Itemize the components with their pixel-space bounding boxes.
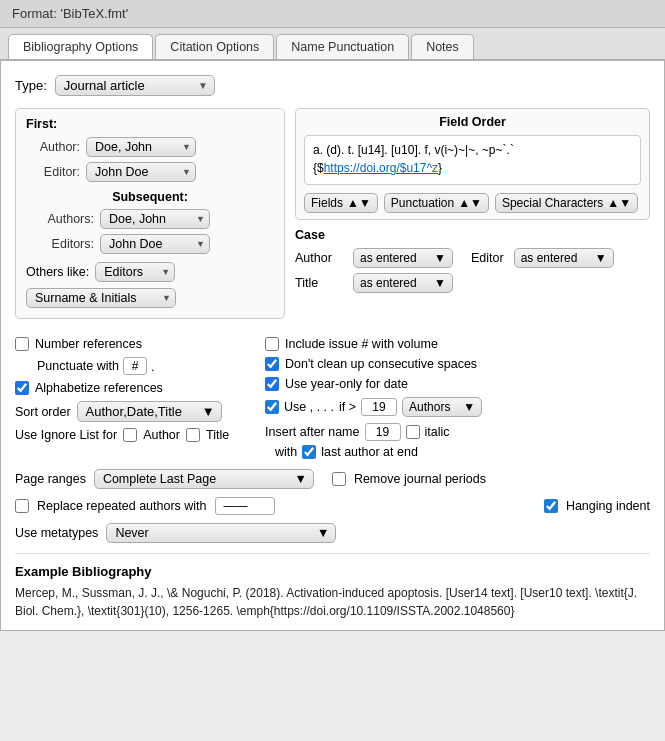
replace-dash-value: —— (215, 497, 275, 515)
title-bar: Format: 'BibTeX.fmt' (0, 0, 665, 28)
others-select[interactable]: Editors ▼ (95, 262, 175, 282)
field-controls: Fields ▲▼ Punctuation ▲▼ Special Charact… (304, 193, 641, 213)
field-order-title: Field Order (304, 115, 641, 129)
author-format-select[interactable]: Doe, John ▼ (86, 137, 196, 157)
ignore-title-checkbox[interactable] (186, 428, 200, 442)
surname-select[interactable]: Surname & Initials ▼ (26, 288, 176, 308)
case-author-arrow: ▼ (434, 251, 446, 265)
sort-order-arrow: ▼ (202, 404, 215, 419)
punctuation-label: Punctuation (391, 196, 454, 210)
italic-label: italic (425, 425, 450, 439)
case-title-value: as entered (360, 276, 417, 290)
type-value: Journal article (64, 78, 145, 93)
tab-bibliography[interactable]: Bibliography Options (8, 34, 153, 59)
last-author-label: last author at end (321, 445, 418, 459)
include-issue-label: Include issue # with volume (285, 337, 438, 351)
authors-format-select[interactable]: Doe, John ▼ (100, 209, 210, 229)
editors-format-value: John Doe (109, 237, 163, 251)
title-label: Format: 'BibTeX.fmt' (12, 6, 128, 21)
punctuation-select[interactable]: Punctuation ▲▼ (384, 193, 489, 213)
page-ranges-label: Page ranges (15, 472, 86, 486)
replace-repeated-checkbox[interactable] (15, 499, 29, 513)
editors-label: Editors: (26, 237, 94, 251)
metatypes-label: Use metatypes (15, 526, 98, 540)
example-text: Mercep, M., Sussman, J. J., \& Noguchi, … (15, 584, 650, 620)
ignore-author-checkbox[interactable] (123, 428, 137, 442)
sort-order-value: Author,Date,Title (86, 404, 182, 419)
editor-format-arrow: ▼ (182, 167, 191, 177)
page-ranges-select[interactable]: Complete Last Page ▼ (94, 469, 314, 489)
case-title-arrow: ▼ (434, 276, 446, 290)
use-comma-checkbox[interactable] (265, 400, 279, 414)
subsequent-title: Subsequent: (26, 190, 274, 204)
first-title: First: (26, 117, 274, 131)
with-label: with (275, 445, 297, 459)
type-select-arrow: ▼ (198, 80, 208, 91)
special-chars-select[interactable]: Special Characters ▲▼ (495, 193, 638, 213)
editor-format-select[interactable]: John Doe ▼ (86, 162, 196, 182)
sort-order-select[interactable]: Author,Date,Title ▼ (77, 401, 222, 422)
remove-journal-label: Remove journal periods (354, 472, 486, 486)
if-greater-value[interactable] (361, 398, 397, 416)
tabs-bar: Bibliography Options Citation Options Na… (0, 28, 665, 60)
editor-label: Editor: (26, 165, 80, 179)
insert-after-label: Insert after name (265, 425, 360, 439)
others-label: Others like: (26, 265, 89, 279)
tab-citation[interactable]: Citation Options (155, 34, 274, 59)
punctuation-arrow: ▲▼ (458, 196, 482, 210)
ignore-author-label: Author (143, 428, 180, 442)
include-issue-checkbox[interactable] (265, 337, 279, 351)
number-references-label: Number references (35, 337, 142, 351)
case-editor-arrow: ▼ (595, 251, 607, 265)
authors-count-select[interactable]: Authors ▼ (402, 397, 482, 417)
surname-arrow: ▼ (162, 293, 171, 303)
case-author-select[interactable]: as entered ▼ (353, 248, 453, 268)
year-only-checkbox[interactable] (265, 377, 279, 391)
tab-name-punctuation[interactable]: Name Punctuation (276, 34, 409, 59)
ignore-list-label: Use Ignore List for (15, 428, 117, 442)
year-only-label: Use year-only for date (285, 377, 408, 391)
authors-format-value: Doe, John (109, 212, 166, 226)
dont-clean-checkbox[interactable] (265, 357, 279, 371)
punctuate-value[interactable] (123, 357, 147, 375)
punctuate-with-label: Punctuate with (37, 359, 119, 373)
author-label: Author: (26, 140, 80, 154)
formula-box: a. (d). t. [u14]. [u10]. f, v(i~)~|~, ~p… (304, 135, 641, 185)
tab-notes[interactable]: Notes (411, 34, 474, 59)
editor-format-value: John Doe (95, 165, 149, 179)
formula-link[interactable]: https://doi.org/$u17^z (324, 161, 438, 175)
fields-select[interactable]: Fields ▲▼ (304, 193, 378, 213)
number-references-checkbox[interactable] (15, 337, 29, 351)
case-editor-label: Editor (471, 251, 504, 265)
type-label: Type: (15, 78, 47, 93)
surname-value: Surname & Initials (35, 291, 136, 305)
others-arrow: ▼ (161, 267, 170, 277)
editors-format-arrow: ▼ (196, 239, 205, 249)
authors-count-value: Authors (409, 400, 450, 414)
case-editor-value: as entered (521, 251, 578, 265)
punctuate-dot: . (151, 359, 155, 374)
hanging-indent-checkbox[interactable] (544, 499, 558, 513)
alphabetize-checkbox[interactable] (15, 381, 29, 395)
case-title-select[interactable]: as entered ▼ (353, 273, 453, 293)
author-format-arrow: ▼ (182, 142, 191, 152)
last-author-checkbox[interactable] (302, 445, 316, 459)
metatypes-select[interactable]: Never ▼ (106, 523, 336, 543)
fields-label: Fields (311, 196, 343, 210)
page-ranges-value: Complete Last Page (103, 472, 216, 486)
remove-journal-checkbox[interactable] (332, 472, 346, 486)
case-author-label: Author (295, 251, 343, 265)
italic-checkbox[interactable] (406, 425, 420, 439)
others-value: Editors (104, 265, 143, 279)
case-editor-select[interactable]: as entered ▼ (514, 248, 614, 268)
special-chars-label: Special Characters (502, 196, 603, 210)
editors-format-select[interactable]: John Doe ▼ (100, 234, 210, 254)
case-author-value: as entered (360, 251, 417, 265)
author-format-value: Doe, John (95, 140, 152, 154)
use-comma-label: Use , . . . (284, 400, 334, 414)
fields-arrow: ▲▼ (347, 196, 371, 210)
ignore-title-label: Title (206, 428, 229, 442)
type-select[interactable]: Journal article ▼ (55, 75, 215, 96)
case-title-label: Title (295, 276, 343, 290)
insert-after-value[interactable] (365, 423, 401, 441)
